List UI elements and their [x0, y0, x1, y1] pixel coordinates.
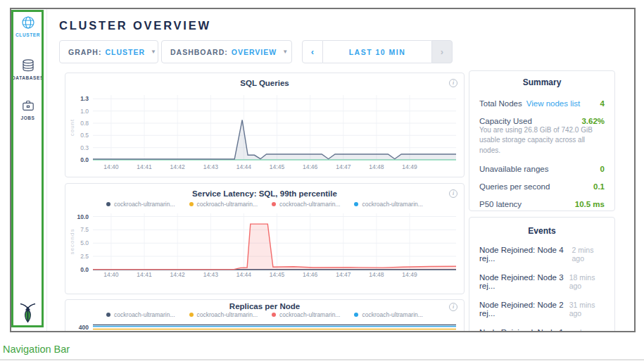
svg-text:14:47: 14:47	[336, 163, 351, 170]
legend-item: cockroach-ultramarin...	[354, 201, 422, 208]
svg-text:seconds: seconds	[69, 229, 75, 255]
event-title: Node Rejoined: Node 3 rej...	[479, 273, 569, 290]
summary-row-total-nodes: Total Nodes View nodes list 4	[479, 94, 605, 112]
svg-text:1.0: 1.0	[80, 108, 89, 115]
svg-text:14:42: 14:42	[170, 271, 186, 278]
replicas-per-node-card: Replicas per Node i cockroach-ultramarin…	[65, 299, 465, 332]
svg-text:14:47: 14:47	[336, 271, 351, 278]
legend-item: cockroach-ultramarin...	[106, 201, 175, 208]
sql-queries-card: SQL Queries i 0.00.30.50.81.01.314:4014:…	[65, 73, 465, 177]
qps-label: Queries per second	[479, 182, 550, 191]
p50-latency-label: P50 latency	[479, 200, 522, 208]
svg-text:14:46: 14:46	[303, 271, 318, 278]
svg-text:14:44: 14:44	[236, 271, 252, 278]
page-title: CLUSTER OVERVIEW	[59, 19, 211, 32]
svg-text:14:43: 14:43	[203, 163, 219, 170]
events-title: Events	[479, 226, 605, 236]
svg-text:14:40: 14:40	[103, 271, 119, 278]
total-nodes-label: Total Nodes	[479, 99, 522, 108]
legend-item: cockroach-ultramarin...	[106, 311, 175, 318]
unavailable-ranges-value: 0	[600, 165, 605, 173]
event-title: Node Rejoined: Node 4 rej...	[479, 246, 572, 263]
summary-row-unavailable: Unavailable ranges 0	[479, 160, 605, 177]
legend-item: cockroach-ultramarin...	[354, 311, 422, 318]
svg-text:14:42: 14:42	[170, 163, 186, 170]
sidebar-item-cluster[interactable]: CLUSTER	[11, 15, 44, 37]
app-window: CLUSTER DATABASES	[10, 8, 636, 332]
svg-text:400: 400	[79, 324, 89, 331]
replicas-per-node-plot: 400	[68, 320, 462, 332]
time-next-button: ›	[431, 40, 453, 63]
sidebar-item-jobs[interactable]: JOBS	[11, 99, 44, 120]
events-panel: Events Node Rejoined: Node 4 rej... 2 mi…	[469, 217, 615, 332]
summary-row-qps: Queries per second 0.1	[479, 177, 605, 195]
svg-text:14:41: 14:41	[137, 163, 152, 170]
event-title: Node Rejoined: Node 1 rej...	[479, 328, 569, 333]
chart-legend: cockroach-ultramarin...cockroach-ultrama…	[65, 201, 464, 208]
svg-text:5.0: 5.0	[80, 239, 89, 246]
summary-row-p50: P50 latency 10.5 ms	[479, 195, 605, 213]
svg-text:0.8: 0.8	[80, 120, 89, 127]
event-row: Node Rejoined: Node 4 rej... 2 mins ago	[479, 240, 605, 268]
chevron-down-icon: ▼	[151, 49, 156, 55]
svg-text:14:45: 14:45	[270, 163, 285, 170]
event-row: Node Rejoined: Node 3 rej... 18 mins ago	[479, 268, 605, 295]
p50-latency-value: 10.5 ms	[575, 200, 605, 208]
svg-text:14:41: 14:41	[137, 271, 152, 278]
event-time: 18 mins ago	[569, 273, 605, 290]
svg-text:14:40: 14:40	[103, 163, 119, 170]
time-prev-button[interactable]: ‹	[302, 40, 323, 63]
chart-title: Replicas per Node	[65, 302, 464, 310]
svg-text:count: count	[69, 119, 75, 137]
sidebar-item-databases[interactable]: DATABASES	[11, 58, 44, 80]
graph-dropdown[interactable]: GRAPH: CLUSTER ▼	[59, 40, 158, 63]
info-icon[interactable]: i	[449, 303, 457, 311]
svg-text:10.0: 10.0	[77, 213, 89, 220]
dashboard-dropdown[interactable]: DASHBOARD: OVERVIEW ▼	[161, 40, 292, 63]
sidebar-item-label: JOBS	[20, 115, 34, 120]
event-row: Node Rejoined: Node 1 rej... an hour ago	[479, 322, 605, 332]
event-time: an hour ago	[569, 328, 605, 333]
capacity-used-label: Capacity Used	[479, 117, 532, 125]
info-icon[interactable]: i	[449, 79, 457, 87]
svg-text:0.0: 0.0	[80, 266, 89, 273]
database-icon	[21, 58, 35, 73]
event-time: 2 mins ago	[572, 246, 605, 263]
svg-text:14:44: 14:44	[236, 163, 252, 170]
briefcase-icon	[21, 99, 35, 113]
service-latency-card: Service Latency: SQL, 99th percentile i …	[65, 183, 465, 294]
chart-title: SQL Queries	[65, 79, 464, 87]
time-range-selector: ‹ LAST 10 MIN ›	[302, 40, 453, 63]
event-title: Node Rejoined: Node 2 rej...	[479, 301, 569, 318]
capacity-used-value: 3.62%	[581, 117, 605, 125]
dashboard-dropdown-value: OVERVIEW	[232, 48, 277, 56]
svg-text:14:46: 14:46	[303, 163, 318, 170]
time-range-value[interactable]: LAST 10 MIN	[323, 40, 431, 63]
total-nodes-value: 4	[600, 99, 605, 108]
navigation-bar: CLUSTER DATABASES	[11, 9, 47, 331]
chart-title: Service Latency: SQL, 99th percentile	[65, 189, 464, 198]
graph-dropdown-label: GRAPH:	[68, 48, 101, 56]
view-nodes-list-link[interactable]: View nodes list	[526, 99, 581, 108]
svg-text:14:45: 14:45	[270, 271, 285, 278]
info-icon[interactable]: i	[449, 189, 457, 198]
svg-text:0.3: 0.3	[80, 144, 89, 151]
svg-text:14:48: 14:48	[369, 271, 384, 278]
sidebar-item-label: DATABASES	[12, 75, 44, 80]
capacity-note: You are using 26.8 GiB of 742.0 GiB usab…	[479, 125, 605, 156]
event-row: Node Rejoined: Node 2 rej... 31 mins ago	[479, 295, 605, 322]
bottom-divider	[0, 359, 644, 360]
legend-item: cockroach-ultramarin...	[189, 201, 258, 208]
svg-text:14:43: 14:43	[203, 271, 219, 278]
globe-icon	[21, 15, 35, 30]
svg-text:0.5: 0.5	[80, 132, 89, 139]
toolbar: GRAPH: CLUSTER ▼ DASHBOARD: OVERVIEW ▼ ‹…	[59, 40, 453, 63]
chevron-down-icon: ▼	[282, 49, 288, 55]
legend-item: cockroach-ultramarin...	[189, 311, 258, 318]
svg-text:2.5: 2.5	[80, 253, 89, 260]
summary-title: Summary	[479, 77, 605, 87]
cockroachdb-logo[interactable]	[11, 302, 44, 327]
sidebar-item-label: CLUSTER	[15, 32, 40, 37]
svg-text:1.3: 1.3	[80, 95, 89, 102]
dashboard-dropdown-label: DASHBOARD:	[170, 48, 228, 56]
